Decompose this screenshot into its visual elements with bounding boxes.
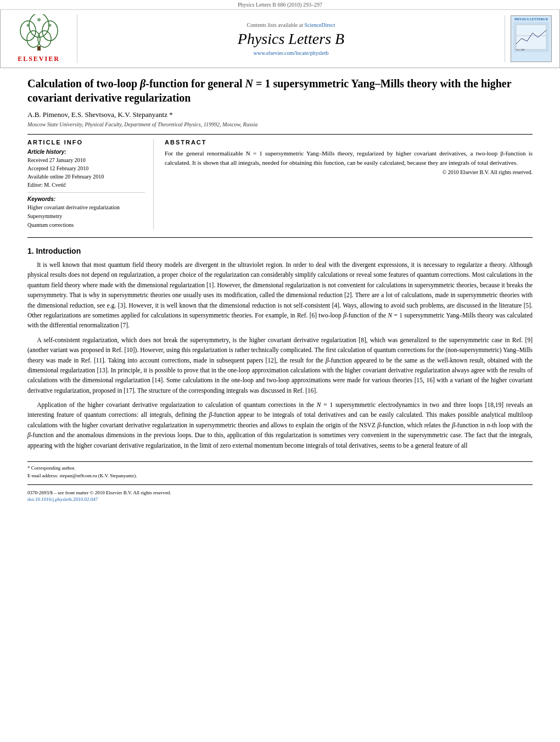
journal-url: www.elsevier.com/locate/physletb bbox=[83, 50, 499, 56]
keyword-1: Higher covariant derivative regularizati… bbox=[27, 203, 145, 212]
journal-url-link[interactable]: www.elsevier.com/locate/physletb bbox=[253, 50, 328, 56]
corresponding-author-note: * Corresponding author. bbox=[27, 465, 533, 471]
keywords-list: Higher covariant derivative regularizati… bbox=[27, 203, 145, 230]
available-date: Available online 20 February 2010 bbox=[27, 172, 145, 181]
keyword-2: Supersymmetry bbox=[27, 212, 145, 221]
cover-graphic: Vol. 686 bbox=[513, 22, 549, 52]
received-date: Received 27 January 2010 bbox=[27, 156, 145, 164]
journal-cover: PHYSICS LETTERS B Vol. 686 bbox=[505, 15, 554, 62]
article-content: Calculation of two-loop β-function for g… bbox=[0, 68, 560, 513]
intro-paragraph-2: A self-consistent regularization, which … bbox=[27, 335, 533, 395]
science-direct-link: Contents lists available at ScienceDirec… bbox=[83, 22, 499, 28]
abstract-column: ABSTRACT For the general renormalizable … bbox=[165, 139, 533, 230]
keywords-label: Keywords: bbox=[27, 196, 145, 202]
doi-line: doi:10.1016/j.physletb.2010.02.047 bbox=[27, 496, 533, 502]
title-divider bbox=[27, 134, 533, 135]
intro-paragraph-1: It is well known that most quantum field… bbox=[27, 260, 533, 331]
elsevier-tree-icon bbox=[14, 14, 64, 53]
svg-point-7 bbox=[26, 24, 29, 27]
footer-divider bbox=[27, 484, 533, 485]
article-affiliation: Moscow State University, Physical Facult… bbox=[27, 121, 533, 127]
journal-main-header: ELSEVIER Contents lists available at Sci… bbox=[0, 10, 560, 68]
email-note: E-mail address: stepan@m9com.ru (K.V. St… bbox=[27, 472, 533, 480]
abstract-text: For the general renormalizable N = 1 sup… bbox=[165, 149, 533, 167]
journal-citation: Physics Letters B 686 (2010) 293–297 bbox=[238, 2, 322, 8]
svg-rect-5 bbox=[37, 46, 41, 51]
info-abstract-section: ARTICLE INFO Article history: Received 2… bbox=[27, 139, 533, 230]
elsevier-label: ELSEVIER bbox=[18, 55, 60, 63]
article-title: Calculation of two-loop β-function for g… bbox=[27, 76, 533, 105]
copyright-line: © 2010 Elsevier B.V. All rights reserved… bbox=[165, 169, 533, 175]
keyword-3: Quantum corrections bbox=[27, 221, 145, 230]
author-email: stepan@m9com.ru bbox=[59, 473, 97, 478]
article-info-column: ARTICLE INFO Article history: Received 2… bbox=[27, 139, 154, 230]
svg-text:Vol. 686: Vol. 686 bbox=[516, 48, 525, 51]
svg-point-6 bbox=[37, 18, 41, 21]
accepted-date: Accepted 12 February 2010 bbox=[27, 164, 145, 172]
cover-image: PHYSICS LETTERS B Vol. 686 bbox=[511, 15, 552, 62]
cover-title: PHYSICS LETTERS B bbox=[514, 18, 548, 21]
article-info-heading: ARTICLE INFO bbox=[27, 139, 145, 146]
science-direct-anchor[interactable]: ScienceDirect bbox=[304, 22, 335, 28]
journal-name: Physics Letters B bbox=[83, 30, 499, 48]
intro-paragraph-3: Application of the higher covariant deri… bbox=[27, 400, 533, 450]
journal-title-section: Contents lists available at ScienceDirec… bbox=[83, 22, 499, 56]
svg-point-8 bbox=[48, 24, 51, 27]
article-footer: * Corresponding author. E-mail address: … bbox=[27, 461, 533, 502]
elsevier-logo-section: ELSEVIER bbox=[6, 14, 77, 63]
issn-line: 0370-2693/$ – see front matter © 2010 El… bbox=[27, 489, 533, 497]
article-history-label: Article history: bbox=[27, 149, 145, 155]
article-authors: A.B. Pimenov, E.S. Shevtsova, K.V. Stepa… bbox=[27, 110, 533, 119]
journal-header-bar: Physics Letters B 686 (2010) 293–297 bbox=[0, 0, 560, 10]
intro-section-heading: 1. Introduction bbox=[27, 247, 533, 255]
editor-info: Editor: M. Cvetič bbox=[27, 181, 145, 189]
abstract-divider bbox=[27, 237, 533, 238]
abstract-heading: ABSTRACT bbox=[165, 139, 533, 146]
svg-rect-10 bbox=[516, 25, 546, 49]
info-divider bbox=[27, 192, 145, 193]
